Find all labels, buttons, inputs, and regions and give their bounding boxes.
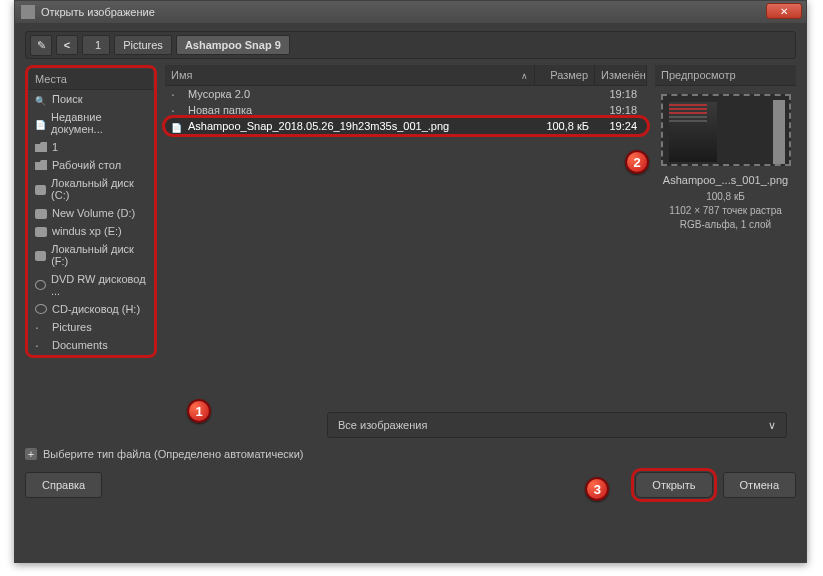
- sidebar-item-label: Поиск: [52, 93, 82, 105]
- close-button[interactable]: ✕: [766, 3, 802, 19]
- sidebar-item[interactable]: Рабочий стол: [29, 156, 153, 174]
- help-button[interactable]: Справка: [25, 472, 102, 498]
- sidebar-item[interactable]: Локальный диск (F:): [29, 240, 153, 270]
- sidebar-item-label: Pictures: [52, 321, 92, 333]
- sidebar-item-label: Рабочий стол: [52, 159, 121, 171]
- sidebar-item-label: Недавние докумен...: [51, 111, 147, 135]
- cd-icon: [35, 304, 47, 314]
- preview-thumbnail: [661, 94, 791, 166]
- folder-open-icon: [35, 142, 47, 152]
- drive-icon: [35, 185, 46, 195]
- preview-size: 100,8 кБ: [659, 190, 792, 204]
- path-edit-button[interactable]: ✎: [30, 35, 52, 56]
- dot-icon: [35, 340, 47, 350]
- path-segment-pictures[interactable]: Pictures: [114, 35, 172, 55]
- sidebar-item[interactable]: New Volume (D:): [29, 204, 153, 222]
- file-modified: 19:18: [589, 104, 641, 116]
- sidebar-item-label: windus xp (E:): [52, 225, 122, 237]
- path-segment-current[interactable]: Ashampoo Snap 9: [176, 35, 290, 55]
- button-row: Справка 3 Открыть Отмена: [25, 468, 796, 498]
- folder-icon: [171, 89, 183, 99]
- file-row[interactable]: Ashampoo_Snap_2018.05.26_19h23m35s_001_.…: [165, 118, 647, 134]
- folder-icon: [35, 160, 47, 170]
- sidebar: Места ПоискНедавние докумен...1Рабочий с…: [25, 65, 157, 406]
- preview-header: Предпросмотр: [655, 65, 796, 86]
- marker-3: 3: [585, 477, 609, 501]
- cd-icon: [35, 280, 46, 290]
- file-size: 100,8 кБ: [529, 120, 589, 132]
- sort-icon: [521, 69, 528, 81]
- places-header: Места: [29, 69, 153, 90]
- plus-icon: +: [25, 448, 37, 460]
- cancel-button[interactable]: Отмена: [723, 472, 796, 498]
- file-list: Мусорка 2.019:18Новая папка19:18Ashampoo…: [165, 86, 647, 406]
- dialog-window: Открыть изображение ✕ ✎ < 1 Pictures Ash…: [14, 0, 807, 563]
- app-icon: [21, 5, 35, 19]
- sidebar-item[interactable]: CD-дисковод (H:): [29, 300, 153, 318]
- preview-filename: Ashampoo_...s_001_.png: [659, 174, 792, 186]
- file-filter-dropdown[interactable]: Все изображения: [327, 412, 787, 438]
- sidebar-item-label: 1: [52, 141, 58, 153]
- file-row[interactable]: Мусорка 2.019:18: [165, 86, 647, 102]
- sidebar-item-label: Documents: [52, 339, 108, 351]
- drive-icon: [35, 251, 46, 261]
- sidebar-item-label: CD-дисковод (H:): [52, 303, 140, 315]
- filter-label: Все изображения: [338, 419, 427, 431]
- col-modified[interactable]: Изменён: [595, 65, 647, 85]
- open-button[interactable]: Открыть: [635, 472, 712, 498]
- window-title: Открыть изображение: [41, 6, 155, 18]
- sidebar-item[interactable]: Поиск: [29, 90, 153, 108]
- file-header: Имя Размер Изменён: [165, 65, 647, 86]
- col-size[interactable]: Размер: [535, 65, 595, 85]
- sidebar-item[interactable]: Pictures: [29, 318, 153, 336]
- dot-icon: [35, 322, 47, 332]
- chevron-down-icon: [768, 419, 776, 432]
- sidebar-item[interactable]: DVD RW дисковод ...: [29, 270, 153, 300]
- file-name: Новая папка: [188, 104, 529, 116]
- path-bar: ✎ < 1 Pictures Ashampoo Snap 9: [25, 31, 796, 59]
- sidebar-item[interactable]: 1: [29, 138, 153, 156]
- file-row[interactable]: Новая папка19:18: [165, 102, 647, 118]
- preview-panel: Предпросмотр Ashampoo_...s_001_.png 100,…: [655, 65, 796, 406]
- file-modified: 19:18: [589, 88, 641, 100]
- doc-icon: [35, 118, 46, 128]
- file-name: Ashampoo_Snap_2018.05.26_19h23m35s_001_.…: [188, 120, 529, 132]
- preview-dimensions: 1102 × 787 точек растра: [659, 204, 792, 218]
- file-name: Мусорка 2.0: [188, 88, 529, 100]
- drive-icon: [35, 227, 47, 237]
- sidebar-item-label: DVD RW дисковод ...: [51, 273, 147, 297]
- titlebar[interactable]: Открыть изображение ✕: [15, 1, 806, 23]
- preview-mode: RGB-альфа, 1 слой: [659, 218, 792, 232]
- image-icon: [171, 121, 183, 131]
- folder-icon: [171, 105, 183, 115]
- drive-icon: [35, 209, 47, 219]
- marker-1: 1: [187, 399, 211, 423]
- path-back-button[interactable]: <: [56, 35, 78, 55]
- sidebar-item[interactable]: Documents: [29, 336, 153, 354]
- col-name[interactable]: Имя: [165, 65, 535, 85]
- file-modified: 19:24: [589, 120, 641, 132]
- marker-2: 2: [625, 150, 649, 174]
- path-drive[interactable]: 1: [82, 35, 110, 55]
- sidebar-item[interactable]: Недавние докумен...: [29, 108, 153, 138]
- sidebar-item-label: New Volume (D:): [52, 207, 135, 219]
- search-icon: [35, 94, 47, 104]
- file-area: Имя Размер Изменён Мусорка 2.019:18Новая…: [165, 65, 647, 406]
- sidebar-item[interactable]: windus xp (E:): [29, 222, 153, 240]
- type-toggle[interactable]: + Выберите тип файла (Определено автомат…: [25, 444, 796, 468]
- sidebar-item-label: Локальный диск (F:): [51, 243, 147, 267]
- sidebar-item-label: Локальный диск (C:): [51, 177, 147, 201]
- sidebar-item[interactable]: Локальный диск (C:): [29, 174, 153, 204]
